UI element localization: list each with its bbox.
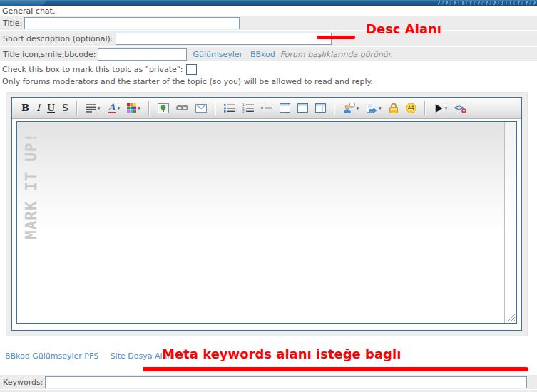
topbar-decoration bbox=[436, 1, 536, 5]
align-icon bbox=[86, 103, 96, 113]
spoiler-icon bbox=[366, 103, 377, 113]
dropdown-arrow-icon: ▾ bbox=[118, 105, 121, 111]
dropdown-arrow-icon: ▾ bbox=[138, 105, 140, 111]
private-checkbox[interactable] bbox=[186, 64, 197, 75]
title-input[interactable] bbox=[24, 17, 240, 29]
private-checkbox-label: Check this box to mark this topic as "pr… bbox=[2, 65, 183, 74]
image-icon bbox=[158, 103, 169, 113]
insert-table-row-button[interactable] bbox=[295, 100, 311, 116]
private-topic-section: Check this box to mark this topic as "pr… bbox=[2, 64, 373, 86]
title-icon-input[interactable] bbox=[98, 48, 187, 61]
strikethrough-button[interactable]: S bbox=[59, 100, 71, 116]
numbered-list-button[interactable]: 123 bbox=[240, 100, 257, 116]
media-icon bbox=[434, 103, 444, 113]
smiley-button[interactable] bbox=[403, 100, 419, 116]
insert-table-cell-button[interactable] bbox=[312, 100, 329, 116]
toolbar-separator bbox=[424, 101, 426, 115]
desc-annotation-text: Desc Alanı bbox=[366, 21, 441, 36]
email-icon bbox=[195, 104, 207, 113]
ulist-icon bbox=[224, 103, 235, 113]
topic-create-page: General chat. Title: Short description (… bbox=[0, 0, 537, 392]
bold-button-glyph: B bbox=[21, 102, 29, 115]
quote-icon bbox=[343, 103, 355, 113]
desc-annotation-underline bbox=[317, 36, 355, 39]
insert-email-button[interactable] bbox=[193, 100, 210, 116]
palette-icon bbox=[127, 103, 136, 113]
toolbar-separator bbox=[148, 101, 150, 115]
smilies-link[interactable]: Gülümseyler bbox=[193, 50, 242, 59]
tablecell-icon bbox=[315, 103, 326, 113]
insert-media-button[interactable]: ▾ bbox=[431, 100, 451, 116]
keywords-input[interactable] bbox=[45, 376, 527, 388]
topbar-tab-curve bbox=[0, 0, 46, 6]
meta-annotation-text: Meta keywords alanı isteğe baglı bbox=[162, 346, 401, 361]
password-bbcode-button[interactable] bbox=[386, 100, 402, 116]
keywords-row: Keywords: bbox=[0, 375, 537, 389]
underline-button-glyph: U bbox=[47, 102, 55, 115]
tablerow-icon bbox=[297, 103, 308, 113]
toolbar-separator bbox=[76, 101, 78, 115]
forum-name: General chat. bbox=[2, 6, 55, 16]
title-row: Title: bbox=[0, 16, 537, 30]
svg-text:3: 3 bbox=[242, 110, 245, 113]
dropdown-arrow-icon: ▾ bbox=[98, 105, 101, 111]
insert-image-button[interactable] bbox=[155, 100, 172, 116]
dropdown-arrow-icon: ▾ bbox=[445, 105, 448, 111]
hrule-icon bbox=[261, 105, 272, 111]
private-help-text: Only forums moderators and the starter o… bbox=[2, 77, 373, 86]
toolbar-separator bbox=[215, 101, 216, 115]
link-icon bbox=[176, 104, 188, 112]
title-icon-label: Title icon,smile,bbcode: bbox=[3, 50, 96, 59]
keywords-label: Keywords: bbox=[3, 378, 43, 387]
dropdown-arrow-icon: ▾ bbox=[379, 105, 382, 111]
bold-button[interactable]: B bbox=[19, 100, 32, 116]
remove-format-button[interactable]: <> bbox=[451, 100, 470, 116]
spoiler-button[interactable]: ▾ bbox=[363, 100, 384, 116]
editor-scrollbar-gutter[interactable] bbox=[504, 122, 516, 323]
quote-member-button[interactable]: ▾ bbox=[340, 100, 362, 116]
editor-toolbar: BIUS▾A▾▾123▾▾▾<> bbox=[12, 98, 521, 119]
title-icon-note: Forum başlıklarında görünür. bbox=[280, 50, 393, 59]
italic-button[interactable]: I bbox=[34, 100, 43, 116]
code-icon: <> bbox=[454, 103, 467, 113]
color-palette-button[interactable]: ▾ bbox=[124, 100, 143, 116]
table-icon bbox=[280, 103, 290, 113]
horizontal-rule-button[interactable] bbox=[258, 100, 275, 116]
short-description-label: Short description (optional): bbox=[3, 34, 113, 43]
post-body-textarea[interactable]: MARK IT UP! bbox=[16, 121, 517, 324]
olist-icon: 123 bbox=[242, 103, 254, 113]
lock-icon bbox=[389, 103, 399, 113]
fontcolor-icon: A bbox=[108, 103, 116, 113]
bbkod-smilies-pfs-link[interactable]: BBkod Gülümseyler PFS bbox=[5, 351, 98, 361]
strikethrough-button-glyph: S bbox=[62, 102, 68, 115]
toolbar-separator bbox=[334, 101, 335, 115]
bbcode-link[interactable]: BBkod bbox=[250, 50, 275, 59]
align-button[interactable]: ▾ bbox=[83, 100, 103, 116]
meta-annotation-underline bbox=[143, 367, 528, 371]
smiley-icon bbox=[406, 103, 416, 113]
italic-button-glyph: I bbox=[36, 102, 40, 115]
title-icon-row: Title icon,smile,bbcode: Gülümseyler BBk… bbox=[0, 47, 537, 61]
font-color-button[interactable]: A▾ bbox=[105, 100, 123, 116]
insert-table-button[interactable] bbox=[277, 100, 293, 116]
footer-links: BBkod Gülümseyler PFS Site Dosya Alanı bbox=[5, 351, 183, 361]
dropdown-arrow-icon: ▾ bbox=[357, 105, 359, 111]
short-description-row: Short description (optional): bbox=[0, 31, 537, 46]
top-navigation-bar bbox=[0, 0, 537, 6]
editor-box: BIUS▾A▾▾123▾▾▾<> MARK IT UP! bbox=[11, 97, 522, 331]
underline-button[interactable]: U bbox=[44, 100, 58, 116]
bullet-list-button[interactable] bbox=[221, 100, 238, 116]
short-description-input[interactable] bbox=[116, 33, 332, 45]
title-label: Title: bbox=[3, 19, 22, 28]
post-editor-panel: BIUS▾A▾▾123▾▾▾<> MARK IT UP! bbox=[6, 92, 528, 336]
markitup-watermark: MARK IT UP! bbox=[23, 118, 39, 239]
insert-link-button[interactable] bbox=[173, 100, 191, 116]
